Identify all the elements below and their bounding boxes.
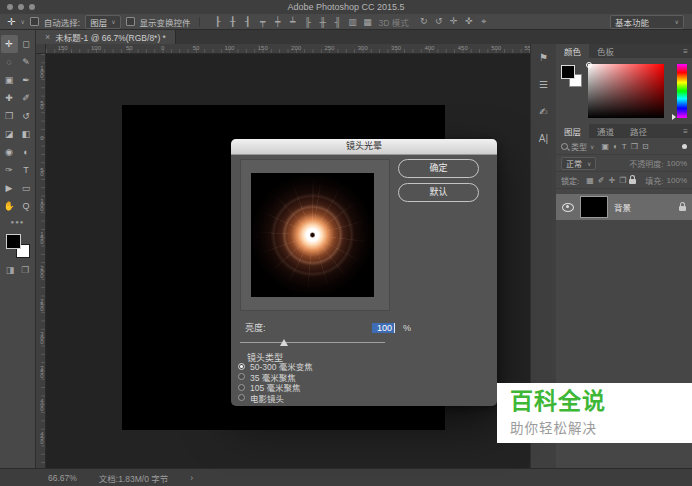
distribute-top-edges-icon[interactable]: ╟ xyxy=(302,17,314,27)
panel-menu-icon[interactable]: ≡ xyxy=(683,47,688,56)
layer-visibility-eye-icon[interactable] xyxy=(562,203,574,212)
close-window-button[interactable] xyxy=(7,4,13,10)
slider-thumb[interactable] xyxy=(280,339,288,346)
zoom-window-button[interactable] xyxy=(29,4,35,10)
lock-transparent-pixels-icon[interactable]: ▦ xyxy=(586,176,594,185)
3d-roll-icon[interactable]: ↺ xyxy=(433,16,445,27)
foreground-color-chip[interactable] xyxy=(561,65,575,79)
zoom-level-field[interactable]: 66.67% xyxy=(48,473,77,483)
tab-color[interactable]: 颜色 xyxy=(556,44,589,58)
panel-menu-icon[interactable]: ≡ xyxy=(683,127,688,136)
filter-kind-label[interactable]: 类型 xyxy=(571,141,587,152)
distribute-bottom-edges-icon[interactable]: ╢ xyxy=(332,17,344,27)
filter-shape-layers-icon[interactable]: ❒ xyxy=(631,142,638,151)
color-picker-marker[interactable] xyxy=(586,62,592,68)
hand-tool[interactable]: ✋ xyxy=(1,197,18,215)
3d-drag-icon[interactable]: ✛ xyxy=(448,16,460,27)
minimize-window-button[interactable] xyxy=(18,4,24,10)
align-top-edges-icon[interactable]: ┠ xyxy=(212,17,224,27)
move-tool[interactable]: ✛ xyxy=(1,35,18,53)
quick-mask-button[interactable]: ◨ xyxy=(6,265,15,275)
opacity-value[interactable]: 100% xyxy=(667,159,687,168)
auto-select-dropdown[interactable]: 图层 ∨ xyxy=(85,15,120,29)
brightness-slider[interactable] xyxy=(240,342,385,343)
dodge-tool[interactable]: ◐ xyxy=(18,143,35,161)
character-panel-icon[interactable]: A| xyxy=(539,133,548,144)
tab-swatches[interactable]: 色板 xyxy=(589,44,622,58)
blend-mode-dropdown[interactable]: 正常 ∨ xyxy=(561,157,596,170)
align-left-edges-icon[interactable]: ┯ xyxy=(257,17,269,27)
marquee-tool[interactable]: ◻ xyxy=(18,35,35,53)
brightness-input[interactable]: 100 xyxy=(372,323,395,333)
3d-slide-icon[interactable]: ✜ xyxy=(463,16,475,27)
hue-slider[interactable] xyxy=(677,64,687,118)
align-right-edges-icon[interactable]: ┷ xyxy=(287,17,299,27)
flare-preview-image[interactable] xyxy=(251,173,374,297)
gradient-tool[interactable]: ◧ xyxy=(18,125,35,143)
path-selection-tool[interactable]: ▶ xyxy=(1,179,18,197)
lens-type-option[interactable]: 电影镜头 xyxy=(238,394,313,402)
filter-pixel-layers-icon[interactable]: ▣ xyxy=(601,142,609,151)
status-arrow-icon[interactable]: › xyxy=(190,473,193,483)
fill-value[interactable]: 100% xyxy=(667,176,687,185)
eyedropper-tool[interactable]: ✒ xyxy=(18,71,35,89)
history-brush-tool[interactable]: ↺ xyxy=(18,107,35,125)
layer-thumbnail[interactable] xyxy=(580,196,608,218)
lock-all-icon[interactable] xyxy=(629,179,636,184)
distribute-horizontal-icon[interactable]: ▥ xyxy=(347,17,359,27)
align-bottom-edges-icon[interactable]: ┨ xyxy=(242,17,254,27)
clone-stamp-tool[interactable]: ❒ xyxy=(1,107,18,125)
filter-adjustment-layers-icon[interactable]: ◐ xyxy=(613,142,618,151)
distribute-vertical-centers-icon[interactable]: ╫ xyxy=(317,17,329,27)
auto-select-checkbox[interactable] xyxy=(30,17,39,26)
lens-type-option[interactable]: 105 毫米聚焦 xyxy=(238,383,313,391)
shape-tool[interactable]: ▭ xyxy=(18,179,35,197)
filter-type-layers-icon[interactable]: T xyxy=(622,142,627,151)
radio-icon[interactable] xyxy=(238,384,245,391)
blur-tool[interactable]: ◉ xyxy=(1,143,18,161)
quick-selection-tool[interactable]: ✎ xyxy=(18,53,35,71)
ok-button[interactable]: 确定 xyxy=(398,159,479,178)
workspace-dropdown[interactable]: 基本功能 ∨ xyxy=(610,15,684,29)
crop-tool[interactable]: ▣ xyxy=(1,71,18,89)
pen-tool[interactable]: ✑ xyxy=(1,161,18,179)
dialog-titlebar[interactable]: 镜头光晕 xyxy=(231,139,497,155)
lens-type-option[interactable]: 35 毫米聚焦 xyxy=(238,373,313,381)
lock-artboard-icon[interactable]: ❐ xyxy=(619,176,626,185)
saturation-brightness-field[interactable] xyxy=(588,64,664,118)
spot-healing-brush-tool[interactable]: ✚ xyxy=(1,89,18,107)
lock-position-icon[interactable]: ✛ xyxy=(609,176,616,185)
3d-rotate-icon[interactable]: ↻ xyxy=(418,16,430,27)
lens-type-option[interactable]: 50-300 毫米变焦 xyxy=(238,362,313,370)
tool-preset-caret-icon[interactable]: ∨ xyxy=(20,18,24,25)
align-horizontal-centers-icon[interactable]: ┿ xyxy=(272,17,284,27)
document-tab[interactable]: × 未标题-1 @ 66.7%(RGB/8*) * xyxy=(36,30,176,44)
tab-paths[interactable]: 路径 xyxy=(622,124,655,138)
default-button[interactable]: 默认 xyxy=(398,183,479,202)
radio-icon[interactable] xyxy=(238,394,245,401)
edit-toolbar-icon[interactable]: ●●● xyxy=(0,219,35,225)
lasso-tool[interactable]: ◌ xyxy=(1,53,18,71)
tab-layers[interactable]: 图层 xyxy=(556,124,589,138)
properties-panel-icon[interactable]: ☰ xyxy=(539,79,548,90)
eraser-tool[interactable]: ◪ xyxy=(1,125,18,143)
layer-row-background[interactable]: 背景 xyxy=(556,194,692,220)
3d-scale-icon[interactable]: ⌖ xyxy=(478,16,490,27)
show-transform-checkbox[interactable] xyxy=(126,17,135,26)
align-vertical-centers-icon[interactable]: ╂ xyxy=(227,17,239,27)
foreground-color-chip[interactable] xyxy=(6,234,21,249)
screen-mode-button[interactable]: ❐ xyxy=(21,265,29,275)
libraries-panel-icon[interactable]: ✍ xyxy=(539,106,547,117)
auto-align-layers-icon[interactable]: ▦ xyxy=(362,17,374,27)
lock-image-pixels-icon[interactable]: ✐ xyxy=(598,176,605,185)
filter-toggle-icon[interactable] xyxy=(682,144,687,149)
type-tool[interactable]: T xyxy=(18,161,35,179)
radio-icon[interactable] xyxy=(238,363,245,370)
tab-channels[interactable]: 通道 xyxy=(589,124,622,138)
tab-close-icon[interactable]: × xyxy=(45,32,50,42)
filter-smart-objects-icon[interactable]: ⊡ xyxy=(642,142,649,151)
zoom-tool[interactable]: Q xyxy=(18,197,35,215)
radio-icon[interactable] xyxy=(238,373,245,380)
history-panel-icon[interactable]: ⚑ xyxy=(539,52,548,63)
brush-tool[interactable]: ✐ xyxy=(18,89,35,107)
